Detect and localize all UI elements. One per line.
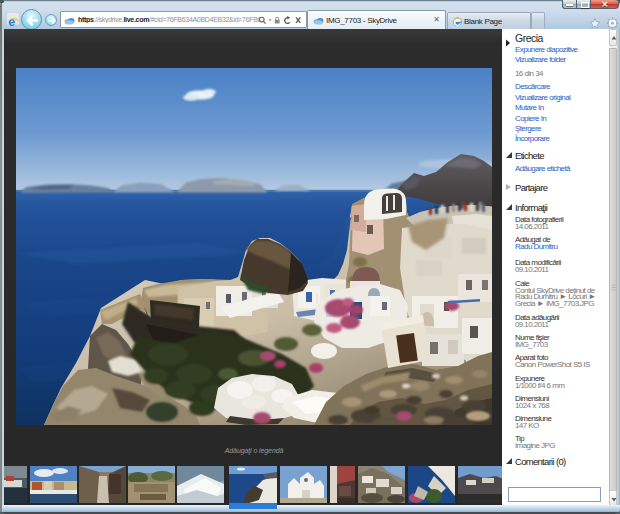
svg-text:e: e (8, 15, 15, 27)
